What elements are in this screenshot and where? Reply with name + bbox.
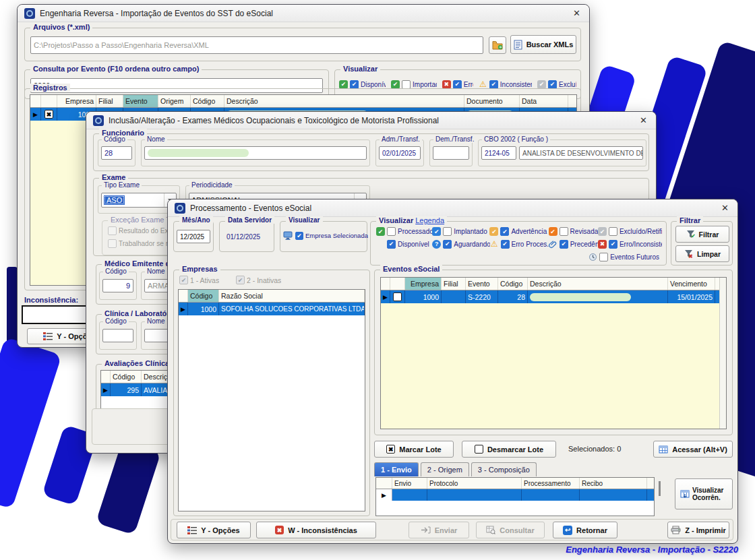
revisada-checkbox[interactable] (560, 227, 568, 236)
eventos-grid-header: Empresa Filial Evento Código Descrição V… (381, 278, 726, 290)
x-red-icon (598, 240, 607, 249)
importados-checkbox[interactable] (402, 80, 411, 89)
imprimir-button[interactable]: Z - Imprimir (667, 522, 729, 538)
precedencia-checkbox[interactable] (560, 240, 568, 249)
titlebar[interactable]: Engenharia Reversa - Importação de Event… (18, 5, 589, 22)
tab-envio[interactable]: 1 - Envio (374, 462, 419, 476)
paperclip-icon (549, 240, 557, 249)
close-icon[interactable]: ✕ (638, 115, 649, 125)
erro-proces-checkbox[interactable] (501, 240, 510, 249)
filtrar-group: Filtrar ✔ Filtrar ✖ Limpar (671, 221, 733, 266)
empresa-selecionada-checkbox[interactable] (295, 232, 303, 240)
medico-codigo-value[interactable]: 9 (102, 279, 133, 292)
legenda-link[interactable]: Legenda (415, 216, 444, 224)
printer-icon (671, 526, 681, 534)
xml-path-field[interactable]: C:\Projetos\Passo a Passo\Engenharia Rev… (30, 36, 483, 54)
scrollbar[interactable] (659, 481, 661, 496)
check-green-icon (339, 80, 348, 89)
question-icon (432, 240, 441, 249)
empresas-grid[interactable]: Código Razão Social ▶ 1000 SOFOLHA SOLUC… (178, 289, 365, 511)
window-title: Inclusão/Alteração - Exames Médicos Ocup… (109, 116, 633, 125)
check-orange-icon (549, 227, 557, 236)
tipo-exame-combobox[interactable]: ASO (101, 193, 177, 208)
funcionario-nome-value[interactable] (144, 146, 367, 160)
open-folder-button[interactable] (489, 36, 506, 54)
funnel-check-icon: ✔ (686, 230, 695, 239)
row-marker-icon: ▶ (33, 111, 38, 118)
erro-inconsistente-checkbox[interactable] (609, 240, 617, 249)
svg-text:✖: ✖ (688, 253, 693, 259)
legenda-title: Visualizar (379, 216, 413, 224)
titlebar[interactable]: Processamento - Eventos eSocial ✕ (168, 199, 737, 217)
marcar-lote-button[interactable]: Marcar Lote (374, 441, 454, 458)
check-green-icon (376, 227, 385, 236)
visualizar-selecionada-group: Visualizar Empresa Selecionada (280, 221, 367, 252)
retornar-button[interactable]: ↩ Retornar (553, 522, 617, 538)
funcionario-codigo-value[interactable]: 28 (101, 146, 132, 160)
ativas-checkbox[interactable] (179, 276, 188, 284)
checked-box-icon (386, 445, 395, 454)
excluido-checkbox[interactable] (548, 80, 557, 89)
redacted-descricao (530, 293, 631, 301)
row-marker-icon: ▶ (383, 294, 388, 301)
adm-transf-value[interactable]: 02/01/2025 (379, 146, 421, 160)
tab-origem[interactable]: 2 - Origem (421, 462, 469, 476)
app-icon (93, 115, 104, 126)
visualizar-ocorrencias-button[interactable]: Visualizar Ocorrên. (675, 478, 733, 509)
advertencia-checkbox[interactable] (500, 227, 509, 236)
scrollbar[interactable] (719, 278, 726, 429)
envio-grid[interactable]: Envio Protocolo Processamento Recibo ▶ (375, 477, 655, 516)
funcionario-group: Funcionário Código 28 Nome Adm./Transf. … (93, 133, 649, 171)
evento-row[interactable]: ▶ 1000 S-2220 28 15/01/2025 (381, 290, 726, 303)
legend-implantado: Implantado (432, 227, 489, 236)
disponiveis-checkbox[interactable] (350, 80, 359, 89)
buscar-xmls-button[interactable]: Buscar XMLs (510, 35, 576, 54)
close-icon[interactable]: ✕ (571, 8, 582, 18)
implantado-checkbox[interactable] (443, 227, 452, 236)
clinica-codigo-value[interactable] (102, 329, 133, 342)
row-marker-icon: ▶ (181, 306, 185, 313)
legend-disponivel: Disponível (376, 240, 432, 249)
filter-importados: Importados (391, 80, 437, 89)
tab-bar: 1 - Envio 2 - Origem 3 - Composição (374, 462, 539, 476)
dem-transf-value[interactable] (433, 146, 469, 160)
row-marker-icon: ▶ (382, 492, 386, 499)
evento-select-checkbox[interactable] (393, 292, 402, 301)
titlebar[interactable]: Inclusão/Alteração - Exames Médicos Ocup… (86, 112, 656, 129)
check-amber-icon (489, 227, 498, 236)
redacted-nome (148, 149, 249, 157)
svg-text:✔: ✔ (691, 233, 695, 239)
legend-advertencia: Advertência (489, 227, 548, 236)
tab-composicao[interactable]: 3 - Composição (471, 462, 537, 476)
eventos-grid[interactable]: Empresa Filial Evento Código Descrição V… (380, 277, 727, 429)
disponivel-checkbox[interactable] (387, 240, 396, 249)
opcoes-button[interactable]: Y - Opções (177, 522, 251, 538)
eventos-futuros-checkbox[interactable] (599, 253, 608, 261)
envio-row[interactable]: ▶ (376, 489, 654, 501)
aguardando-checkbox[interactable] (443, 240, 452, 249)
envio-grid-header: Envio Protocolo Processamento Recibo (376, 478, 654, 489)
resultado-exame-checkbox[interactable] (108, 226, 117, 235)
mes-ano-input[interactable] (177, 230, 210, 243)
close-icon[interactable]: ✕ (719, 203, 731, 213)
erros-checkbox[interactable] (453, 80, 462, 89)
empresa-row[interactable]: ▶ 1000 SOFOLHA SOLUCOES CORPORATIVAS LTD… (179, 303, 365, 315)
return-icon: ↩ (563, 526, 572, 535)
filtrar-button[interactable]: ✔ Filtrar (675, 226, 729, 243)
acessar-button[interactable]: Acessar (Alt+V) (653, 441, 733, 458)
data-servidor-value: 01/12/2025 (227, 233, 260, 241)
desmarcar-lote-button[interactable]: Desmarcar Lote (462, 441, 556, 458)
funcionario-nome-field: Nome (141, 139, 370, 166)
inativas-checkbox[interactable] (236, 276, 245, 284)
clock-icon (588, 253, 597, 261)
table-search-icon (486, 526, 495, 534)
processado-checkbox[interactable] (387, 227, 396, 236)
excluido-retificado-checkbox[interactable] (609, 227, 617, 236)
inconsistencias-button[interactable]: W - Inconsistências (256, 522, 376, 538)
limpar-button[interactable]: ✖ Limpar (675, 245, 729, 262)
row-select-checkbox[interactable] (44, 110, 53, 119)
trabalhador-recusa-checkbox[interactable] (108, 239, 117, 248)
cbo-code-value[interactable]: 2124-05 (481, 146, 516, 160)
inconsistentes-checkbox[interactable] (489, 80, 498, 89)
cbo-desc-value[interactable]: ANALISTA DE DESENVOLVIMENTO DE SISTEM (519, 146, 643, 160)
